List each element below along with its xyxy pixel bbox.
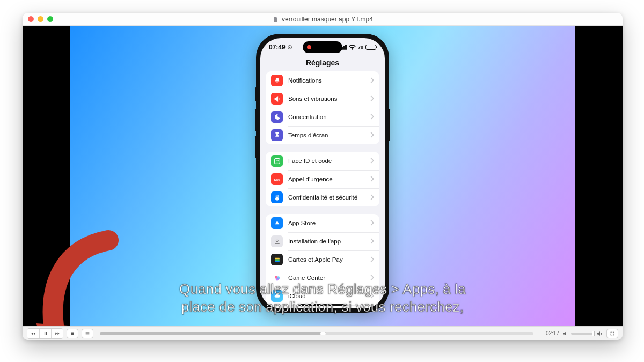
settings-row[interactable]: Confidentialité et sécurité	[266, 188, 379, 206]
fast-forward-button[interactable]	[51, 329, 63, 338]
video-viewport[interactable]: 07:49 78 Réglages NotificationsSons et v…	[23, 26, 623, 326]
settings-row[interactable]: Face ID et code	[266, 152, 379, 170]
settings-row[interactable]: Notifications	[266, 71, 379, 90]
phone-screen: 07:49 78 Réglages NotificationsSons et v…	[260, 38, 385, 308]
chevron-right-icon	[370, 193, 374, 202]
rewind-button[interactable]	[27, 329, 39, 338]
phone-side-button	[255, 87, 257, 101]
settings-row-label: Concentration	[288, 114, 365, 120]
stop-button[interactable]	[67, 329, 78, 338]
dynamic-island	[303, 41, 342, 53]
titlebar: verrouiller masquer app YT.mp4	[23, 13, 623, 26]
battery-icon	[365, 45, 376, 50]
phone-side-button	[255, 109, 257, 131]
zoom-window-button[interactable]	[47, 16, 53, 22]
svg-rect-4	[275, 257, 280, 259]
hand-icon	[271, 191, 283, 203]
chevron-right-icon	[370, 94, 374, 104]
playlist-button[interactable]	[82, 329, 93, 338]
svg-rect-6	[275, 261, 280, 262]
svg-rect-14	[71, 332, 74, 335]
settings-row[interactable]: Concentration	[266, 108, 379, 126]
faceid-icon	[271, 155, 283, 167]
file-icon	[272, 16, 279, 23]
status-time: 07:49	[269, 43, 292, 51]
svg-text:SOS: SOS	[274, 178, 280, 181]
traffic-lights	[28, 16, 53, 22]
subtitle-line: Quand vous allez dans Réglages > Apps, à…	[70, 280, 575, 298]
settings-row-label: Notifications	[288, 77, 365, 84]
chevron-right-icon	[370, 156, 374, 166]
bell-icon	[271, 75, 283, 86]
volume-high-icon	[596, 330, 603, 337]
window-title: verrouiller masquer app YT.mp4	[272, 16, 373, 23]
settings-row-label: Cartes et Apple Pay	[288, 256, 365, 263]
window-title-text: verrouiller masquer app YT.mp4	[282, 16, 373, 23]
settings-row-label: Sons et vibrations	[288, 95, 365, 102]
volume-thumb[interactable]	[592, 331, 595, 336]
settings-row-label: Installation de l'app	[288, 238, 365, 245]
speaker-icon	[271, 93, 283, 105]
settings-row[interactable]: Installation de l'app	[266, 232, 379, 250]
settings-row[interactable]: Temps d'écran	[266, 126, 379, 144]
fullscreen-button[interactable]	[606, 329, 618, 338]
settings-list: NotificationsSons et vibrationsConcentra…	[260, 71, 385, 308]
moon-icon	[271, 111, 283, 123]
settings-row-label: Confidentialité et sécurité	[288, 194, 365, 201]
hourglass-icon	[271, 129, 283, 141]
close-window-button[interactable]	[28, 16, 34, 22]
volume-low-icon	[562, 330, 569, 337]
chevron-right-icon	[370, 218, 374, 228]
svg-point-1	[276, 160, 276, 160]
settings-row[interactable]: Sons et vibrations	[266, 90, 379, 108]
settings-group: NotificationsSons et vibrationsConcentra…	[266, 71, 379, 144]
seek-thumb[interactable]	[320, 332, 326, 335]
appstore-icon	[271, 217, 283, 229]
volume-control	[562, 330, 603, 337]
recording-indicator-icon	[307, 45, 311, 49]
seek-bar[interactable]	[100, 332, 533, 335]
seek-fill	[100, 332, 323, 335]
settings-row-label: Appel d'urgence	[288, 176, 365, 182]
video-frame: 07:49 78 Réglages NotificationsSons et v…	[70, 26, 575, 326]
settings-row[interactable]: SOSAppel d'urgence	[266, 170, 379, 188]
phone-side-button	[389, 109, 390, 141]
iphone-mock: 07:49 78 Réglages NotificationsSons et v…	[256, 34, 389, 313]
settings-row[interactable]: App Store	[266, 214, 379, 232]
subtitle-overlay: Quand vous allez dans Réglages > Apps, à…	[70, 280, 575, 315]
screen-record-icon	[288, 45, 292, 49]
chevron-right-icon	[370, 76, 374, 85]
status-right: 78	[340, 45, 376, 50]
player-window: verrouiller masquer app YT.mp4 07:49	[23, 13, 623, 340]
settings-row-label: Face ID et code	[288, 158, 365, 164]
subtitle-line: place de son application, si vous recher…	[70, 298, 575, 316]
minimize-window-button[interactable]	[38, 16, 43, 22]
settings-row-label: App Store	[288, 220, 365, 226]
wallet-icon	[271, 254, 283, 265]
volume-slider[interactable]	[571, 333, 594, 335]
chevron-right-icon	[370, 112, 374, 122]
download-icon	[271, 235, 283, 247]
chevron-right-icon	[370, 174, 374, 184]
nav-title: Réglages	[260, 56, 385, 71]
transport-group	[27, 328, 63, 339]
player-controls: -02:17	[23, 326, 623, 340]
pause-button[interactable]	[39, 329, 51, 338]
phone-side-button	[255, 136, 257, 158]
wifi-icon	[349, 45, 356, 50]
time-remaining: -02:17	[540, 330, 559, 336]
svg-point-2	[277, 160, 278, 160]
chevron-right-icon	[370, 130, 374, 140]
settings-row[interactable]: Cartes et Apple Pay	[266, 250, 379, 269]
chevron-right-icon	[370, 255, 374, 264]
settings-group: Face ID et codeSOSAppel d'urgenceConfide…	[266, 152, 379, 206]
settings-row-label: Temps d'écran	[288, 132, 365, 138]
sos-icon: SOS	[271, 173, 283, 185]
battery-text: 78	[358, 45, 363, 50]
svg-rect-5	[275, 259, 280, 261]
status-time-text: 07:49	[269, 43, 286, 51]
chevron-right-icon	[370, 237, 374, 246]
svg-rect-0	[274, 158, 280, 164]
